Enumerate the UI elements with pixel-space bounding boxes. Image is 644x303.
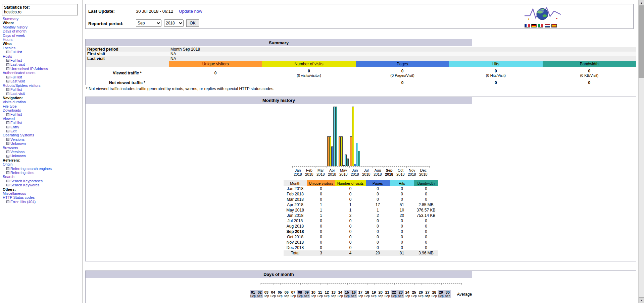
sidebar-item-monthly-history[interactable]: Monthly history: [3, 25, 52, 29]
chart-month-may-2018: [338, 107, 349, 166]
value-cell: 0: [307, 224, 335, 229]
value-cell: 0: [307, 186, 335, 191]
day-month: Sep: [384, 294, 391, 298]
sidebar-item-search-keywords[interactable]: Search Keywords: [10, 183, 39, 187]
sidebar-item-exit[interactable]: Exit: [10, 129, 16, 133]
sidebar-item-file-type[interactable]: File type: [3, 104, 52, 108]
sidebar-item-viewed[interactable]: Viewed: [3, 117, 52, 121]
sidebar-item-locales[interactable]: Locales: [3, 46, 52, 50]
update-now-link[interactable]: Update now: [179, 9, 202, 14]
sidebar-item-browsers[interactable]: Browsers: [3, 146, 52, 150]
sidebar-subitem-last-visit: Last visit: [3, 79, 52, 83]
summary-footnote: * Not viewed traffic includes traffic ge…: [86, 86, 275, 91]
flag-nl-icon[interactable]: [545, 24, 550, 27]
sidebar-item-entry[interactable]: Entry: [10, 125, 19, 129]
day-month: Sep: [317, 294, 324, 298]
month-label-month: Jan: [292, 168, 304, 172]
sidebar-item-unresolved-ip-address[interactable]: Unresolved IP Address: [10, 67, 48, 71]
sidebar-item-search-keyphrases[interactable]: Search Keyphrases: [10, 179, 43, 183]
sidebar-item-error-hits-404[interactable]: Error Hits (404): [10, 200, 36, 204]
sidebar-item-versions[interactable]: Versions: [10, 137, 24, 141]
vertical-scrollbar[interactable]: ▲ ▼: [638, 0, 644, 303]
sidebar-item-operating-systems[interactable]: Operating Systems: [3, 133, 52, 137]
col-hits: Hits: [449, 61, 542, 67]
sidebar-subitem-full-list: Full list: [3, 121, 52, 125]
sidebar-item-origin[interactable]: Origin: [3, 162, 52, 166]
sidebar-item-versions[interactable]: Versions: [10, 150, 24, 154]
day-cell-03: 03Sep: [263, 290, 270, 298]
chart-month-feb-2018: [304, 107, 315, 166]
sidebar-item-robots-spiders-visitors[interactable]: Robots/Spiders visitors: [3, 83, 52, 87]
value-cell: 0: [335, 234, 366, 240]
sidebar-item-downloads[interactable]: Downloads: [3, 108, 52, 112]
day-cell-16: 16Sep: [350, 290, 357, 298]
sidebar-item-full-list[interactable]: Full list: [10, 75, 22, 79]
sidebar-item-search[interactable]: Search: [3, 175, 52, 179]
summary-metric-header-spacer: [86, 61, 169, 67]
chart-month-dec-2018: [418, 107, 429, 166]
sidebar-item-full-list[interactable]: Full list: [10, 112, 22, 116]
value-cell: 1: [366, 207, 390, 213]
sidebar-item-hours[interactable]: Hours: [3, 38, 52, 42]
sidebar-item-full-list[interactable]: Full list: [10, 50, 22, 54]
chart-month-jan-2018: [292, 107, 304, 166]
sidebar-item-hosts[interactable]: Hosts: [3, 54, 52, 58]
monthly-history-table: MonthUnique visitorsNumber of visitsPage…: [284, 180, 438, 256]
month-label-month: Mar: [315, 168, 327, 172]
monthly-table-row: Jan 201800000: [284, 186, 438, 191]
sidebar-item-miscellaneous[interactable]: Miscellaneous: [3, 191, 52, 195]
sidebar-item-http-status-codes[interactable]: HTTP Status codes: [3, 195, 52, 199]
month-select[interactable]: Sep: [136, 19, 161, 27]
sidebar-item-days-of-week[interactable]: Days of week: [3, 34, 52, 38]
month-label-year: 2018: [395, 172, 406, 176]
sidebar-item-referring-sites[interactable]: Referring sites: [10, 171, 34, 175]
day-number: 16: [350, 290, 357, 294]
flag-it-icon[interactable]: [538, 24, 543, 27]
day-month: Sep: [250, 294, 256, 298]
year-select[interactable]: 2018: [164, 19, 184, 27]
value-cell: 0: [335, 240, 366, 245]
sidebar-item-last-visit[interactable]: Last visit: [10, 62, 25, 66]
flag-fr-icon[interactable]: [525, 24, 530, 27]
day-number: 04: [270, 290, 277, 294]
flag-de-icon[interactable]: [531, 24, 537, 27]
day-number: 19: [370, 290, 377, 294]
month-label-year: 2018: [418, 172, 429, 176]
flag-es-icon[interactable]: [551, 24, 557, 27]
day-month: Sep: [350, 294, 357, 298]
sidebar-item-authenticated-users[interactable]: Authenticated users: [3, 71, 52, 75]
sidebar-item-visits-duration[interactable]: Visits duration: [3, 100, 52, 104]
sidebar-item-full-list[interactable]: Full list: [10, 87, 22, 92]
chart-bars: [292, 107, 430, 166]
average-label: Average: [457, 292, 472, 297]
sidebar-item-summary[interactable]: Summary: [3, 17, 52, 21]
monthly-table-row: Nov 201800000: [284, 240, 438, 245]
day-month: Sep: [324, 294, 330, 298]
value-cell: 0: [366, 234, 390, 240]
monthly-table-header-row: MonthUnique visitorsNumber of visitsPage…: [284, 180, 438, 186]
ok-button[interactable]: OK: [186, 19, 199, 27]
days-strip: 01Sep02Sep03Sep04Sep05Sep06Sep07Sep08Sep…: [86, 290, 636, 298]
list-icon: [6, 93, 9, 95]
value-cell: 0: [390, 229, 414, 234]
viewed-traffic-value: 0(0 Pages/Visit): [356, 67, 449, 79]
scrollbar-up-icon[interactable]: ▲: [639, 0, 644, 6]
viewed-traffic-value: 0(0 Hits/Visit): [449, 67, 542, 79]
sidebar-item-last-visit[interactable]: Last visit: [10, 79, 25, 83]
sidebar-subitem-full-list: Full list: [3, 112, 52, 116]
sidebar-item-full-list[interactable]: Full list: [10, 58, 22, 62]
awstats-logo[interactable]: [524, 5, 561, 23]
sidebar-item-last-visit[interactable]: Last visit: [10, 92, 25, 96]
sidebar-item-days-of-month[interactable]: Days of month: [3, 29, 52, 33]
sidebar-subitem-full-list: Full list: [3, 50, 52, 54]
scrollbar-thumb[interactable]: [639, 6, 644, 78]
sidebar-subitem-unknown: Unknown: [3, 141, 52, 145]
list-icon: [6, 51, 9, 53]
sidebar-item-referring-search-engines[interactable]: Referring search engines: [10, 167, 52, 171]
day-number: 23: [397, 290, 404, 294]
sidebar-item-full-list[interactable]: Full list: [10, 121, 22, 125]
scrollbar-down-icon[interactable]: ▼: [639, 297, 644, 303]
value-cell: 0: [414, 234, 438, 240]
sidebar-item-unknown[interactable]: Unknown: [10, 141, 26, 145]
sidebar-item-unknown[interactable]: Unknown: [10, 154, 26, 158]
